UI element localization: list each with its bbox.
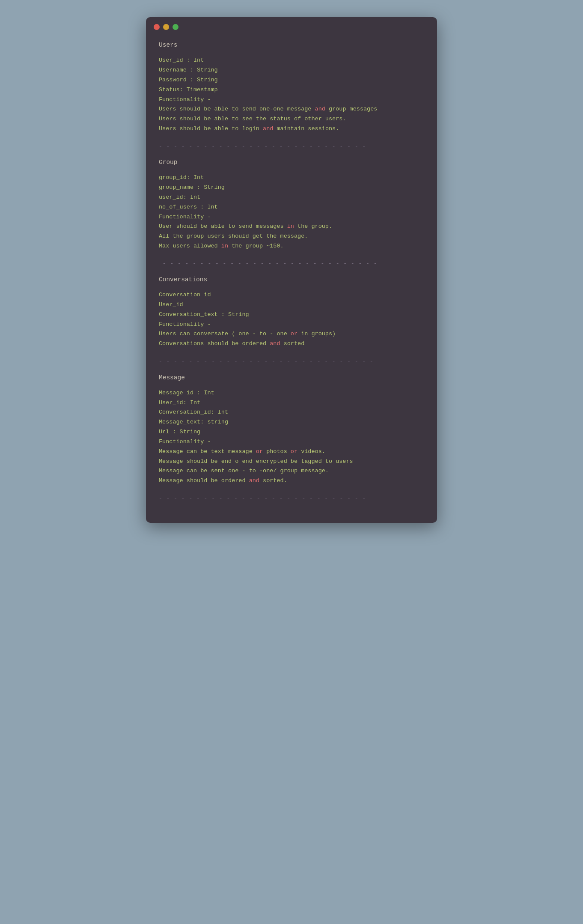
msg-or-1: or: [256, 448, 263, 455]
users-and-1: and: [315, 106, 325, 112]
users-fields: User_id : Int Username : String Password…: [159, 56, 424, 95]
message-functionality-label: Functionality -: [159, 437, 424, 447]
users-functionality-label: Functionality -: [159, 95, 424, 104]
maximize-dot[interactable]: [173, 24, 178, 30]
conversations-section: Conversations Conversation_id User_id Co…: [159, 275, 424, 349]
group-functionality-label: Functionality -: [159, 212, 424, 222]
terminal-window: Users User_id : Int Username : String Pa…: [146, 17, 437, 523]
divider-3: - - - - - - - - - - - - - - - - - - - - …: [159, 357, 424, 366]
group-section: Group group_id: Int group_name : String …: [159, 158, 424, 251]
users-title: Users: [159, 40, 424, 51]
group-fields: group_id: Int group_name : String user_i…: [159, 173, 424, 212]
message-fields: Message_id : Int User_id: Int Conversati…: [159, 388, 424, 438]
conv-or-1: or: [291, 331, 297, 337]
message-section: Message Message_id : Int User_id: Int Co…: [159, 373, 424, 486]
users-and-2: and: [263, 125, 273, 132]
conversations-functionality-label: Functionality -: [159, 320, 424, 329]
users-functionality-text: Users should be able to send one-one mes…: [159, 104, 424, 134]
divider-2: - - - - - - - - - - - - - - - - - - - - …: [159, 259, 424, 268]
conversations-fields: Conversation_id User_id Conversation_tex…: [159, 290, 424, 320]
msg-and-1: and: [249, 477, 259, 484]
titlebar: [146, 17, 437, 36]
conversations-title: Conversations: [159, 275, 424, 285]
close-dot[interactable]: [154, 24, 160, 30]
users-section: Users User_id : Int Username : String Pa…: [159, 40, 424, 134]
message-functionality-text: Message can be text message or photos or…: [159, 447, 424, 486]
group-in-1: in: [287, 223, 294, 230]
divider-4: - - - - - - - - - - - - - - - - - - - - …: [159, 494, 424, 503]
conv-and-1: and: [270, 340, 280, 347]
divider-1: - - - - - - - - - - - - - - - - - - - - …: [159, 142, 424, 151]
group-in-2: in: [221, 243, 228, 249]
terminal-content: Users User_id : Int Username : String Pa…: [146, 36, 437, 523]
message-title: Message: [159, 373, 424, 383]
msg-or-2: or: [291, 448, 297, 455]
minimize-dot[interactable]: [163, 24, 169, 30]
conversations-functionality-text: Users can conversate ( one - to - one or…: [159, 329, 424, 349]
group-functionality-text: User should be able to send messages in …: [159, 222, 424, 251]
group-title: Group: [159, 158, 424, 168]
